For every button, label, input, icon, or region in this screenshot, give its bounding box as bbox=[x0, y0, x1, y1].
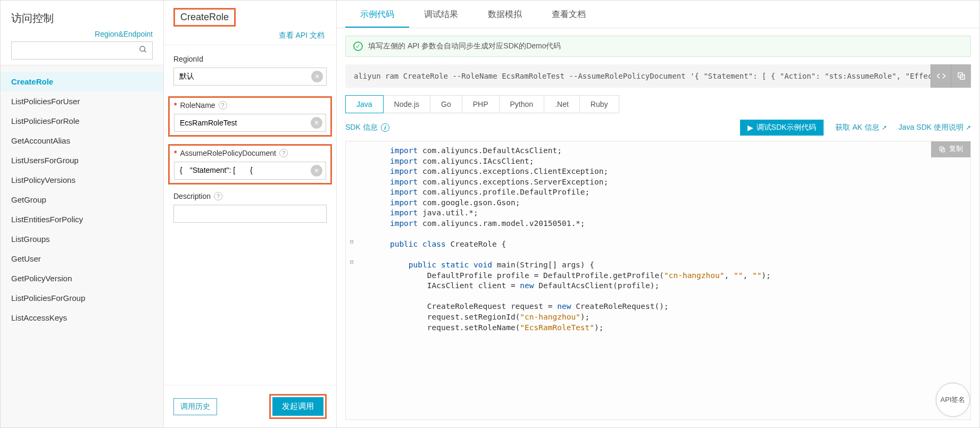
run-sdk-button[interactable]: ▶ 调试SDK示例代码 bbox=[740, 120, 824, 136]
page-title: 访问控制 bbox=[11, 11, 153, 26]
sidebar-item[interactable]: ListUsersForGroup bbox=[1, 150, 163, 170]
sidebar-item[interactable]: CreateRole bbox=[1, 72, 163, 91]
view-api-doc-link[interactable]: 查看 API 文档 bbox=[173, 31, 327, 40]
svg-point-0 bbox=[140, 46, 145, 51]
policy-input-wrap[interactable]: ✕ bbox=[174, 162, 326, 180]
sidebar-item[interactable]: ListGroups bbox=[1, 229, 163, 249]
sidebar-item[interactable]: ListPoliciesForUser bbox=[1, 91, 163, 111]
external-link-icon: ↗ bbox=[882, 124, 887, 131]
lang-tab[interactable]: Ruby bbox=[579, 95, 619, 113]
result-tab[interactable]: 数据模拟 bbox=[473, 1, 537, 28]
sidebar-item[interactable]: GetAccountAlias bbox=[1, 131, 163, 150]
play-icon: ▶ bbox=[748, 123, 753, 132]
copy-button[interactable]: 复制 bbox=[931, 141, 970, 157]
lang-tab[interactable]: Python bbox=[499, 95, 545, 113]
region-endpoint-link[interactable]: Region&Endpoint bbox=[11, 30, 153, 38]
code-content: import com.aliyuncs.DefaultAcsClient; im… bbox=[346, 141, 970, 337]
external-link-icon: ↗ bbox=[966, 124, 971, 131]
params-panel: CreateRole 查看 API 文档 RegionId ✕ * RoleNa… bbox=[164, 1, 337, 427]
description-label: Description bbox=[173, 192, 211, 200]
field-assume-policy: * AssumeRolePolicyDocument ? ✕ bbox=[168, 144, 332, 184]
result-panel: 示例代码调试结果数据模拟查看文档 ✓ 填写左侧的 API 参数会自动同步生成对应… bbox=[337, 1, 979, 427]
rolename-label: RoleName bbox=[180, 101, 215, 110]
lang-tab[interactable]: PHP bbox=[462, 95, 500, 113]
cli-command-text: aliyun ram CreateRole --RoleName EcsRamR… bbox=[354, 72, 964, 80]
rolename-input[interactable] bbox=[180, 119, 311, 127]
clear-icon[interactable]: ✕ bbox=[311, 117, 322, 129]
help-icon[interactable]: ? bbox=[214, 192, 222, 200]
field-description: Description ? bbox=[173, 192, 327, 223]
lang-tab[interactable]: .Net bbox=[544, 95, 580, 113]
api-search-input[interactable] bbox=[12, 46, 134, 55]
svg-line-1 bbox=[144, 51, 146, 52]
result-tab[interactable]: 调试结果 bbox=[409, 1, 473, 28]
info-icon: i bbox=[381, 123, 389, 132]
hint-bar: ✓ 填写左侧的 API 参数会自动同步生成对应SDK的Demo代码 bbox=[345, 36, 971, 57]
lang-tab[interactable]: Java bbox=[345, 95, 384, 113]
sidebar-item[interactable]: GetUser bbox=[1, 249, 163, 268]
hint-text: 填写左侧的 API 参数会自动同步生成对应SDK的Demo代码 bbox=[368, 41, 561, 51]
lang-tab[interactable]: Go bbox=[430, 95, 462, 113]
result-tab[interactable]: 示例代码 bbox=[345, 1, 409, 28]
regionid-input-wrap[interactable]: ✕ bbox=[173, 68, 327, 86]
lang-tabs: JavaNode.jsGoPHPPython.NetRuby bbox=[345, 95, 971, 113]
help-icon[interactable]: ? bbox=[219, 101, 227, 110]
cli-command-bar: aliyun ram CreateRole --RoleName EcsRamR… bbox=[345, 64, 971, 88]
clear-icon[interactable]: ✕ bbox=[311, 165, 322, 177]
sidebar-item[interactable]: ListAccessKeys bbox=[1, 308, 163, 328]
code-area[interactable]: 复制 import com.aliyuncs.DefaultAcsClient;… bbox=[345, 141, 971, 420]
field-regionid: RegionId ✕ bbox=[173, 55, 327, 86]
sidebar-item[interactable]: ListEntitiesForPolicy bbox=[1, 209, 163, 229]
policy-input[interactable] bbox=[180, 166, 311, 175]
cli-tool-code-icon[interactable] bbox=[931, 64, 951, 88]
lang-tab[interactable]: Node.js bbox=[383, 95, 430, 113]
sidebar-item[interactable]: GetGroup bbox=[1, 190, 163, 209]
api-list: CreateRoleListPoliciesForUserListPolicie… bbox=[1, 65, 163, 427]
api-name: CreateRole bbox=[180, 12, 229, 23]
clear-icon[interactable]: ✕ bbox=[311, 71, 323, 82]
result-tab[interactable]: 查看文档 bbox=[537, 1, 601, 28]
api-signature-button[interactable]: API签名 bbox=[936, 383, 970, 417]
result-tabs: 示例代码调试结果数据模拟查看文档 bbox=[337, 1, 979, 28]
description-input[interactable] bbox=[179, 209, 323, 218]
search-icon[interactable] bbox=[134, 45, 152, 56]
policy-label: AssumeRolePolicyDocument bbox=[180, 149, 276, 157]
sdk-info-link[interactable]: SDK 信息 i bbox=[345, 123, 389, 132]
regionid-input[interactable] bbox=[179, 72, 311, 81]
sidebar: 访问控制 Region&Endpoint CreateRoleListPolic… bbox=[1, 1, 164, 427]
required-marker: * bbox=[174, 101, 177, 110]
call-history-button[interactable]: 调用历史 bbox=[173, 398, 217, 415]
description-input-wrap[interactable] bbox=[173, 205, 327, 223]
required-marker: * bbox=[174, 149, 177, 157]
api-search[interactable] bbox=[11, 41, 153, 60]
field-rolename: * RoleName ? ✕ bbox=[168, 96, 332, 137]
get-ak-link[interactable]: 获取 AK 信息 ↗ bbox=[835, 123, 886, 132]
help-icon[interactable]: ? bbox=[279, 149, 288, 157]
cli-tool-copy-icon[interactable] bbox=[951, 64, 971, 88]
rolename-input-wrap[interactable]: ✕ bbox=[174, 114, 326, 132]
regionid-label: RegionId bbox=[173, 55, 203, 63]
invoke-button[interactable]: 发起调用 bbox=[272, 397, 323, 416]
api-name-highlight: CreateRole bbox=[173, 8, 236, 27]
sdk-guide-link[interactable]: Java SDK 使用说明 ↗ bbox=[899, 123, 971, 132]
sidebar-item[interactable]: ListPolicyVersions bbox=[1, 170, 163, 190]
sidebar-item[interactable]: ListPoliciesForGroup bbox=[1, 288, 163, 308]
invoke-button-highlight: 发起调用 bbox=[269, 394, 327, 419]
sidebar-item[interactable]: ListPoliciesForRole bbox=[1, 111, 163, 131]
sidebar-item[interactable]: GetPolicyVersion bbox=[1, 268, 163, 288]
check-icon: ✓ bbox=[353, 41, 363, 51]
